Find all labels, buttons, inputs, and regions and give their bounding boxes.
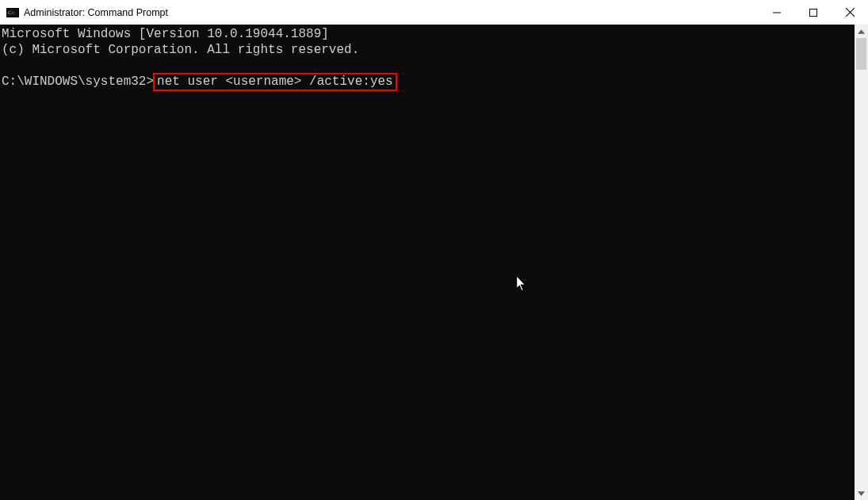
vertical-scrollbar[interactable] — [855, 25, 868, 500]
svg-rect-4 — [810, 9, 817, 16]
window-title: Administrator: Command Prompt — [24, 7, 168, 18]
content-row: Microsoft Windows [Version 10.0.19044.18… — [0, 25, 868, 500]
titlebar[interactable]: C:\ Administrator: Command Prompt — [0, 0, 868, 25]
scroll-down-button[interactable] — [855, 487, 868, 500]
highlighted-command: net user <username> /active:yes — [153, 73, 397, 91]
cmd-icon: C:\ — [6, 6, 19, 19]
terminal-output[interactable]: Microsoft Windows [Version 10.0.19044.18… — [0, 25, 855, 500]
scroll-up-button[interactable] — [855, 25, 868, 38]
mouse-cursor-icon — [455, 260, 527, 312]
terminal-prompt: C:\WINDOWS\system32> — [2, 74, 154, 89]
window-controls — [759, 0, 868, 25]
close-button[interactable] — [832, 0, 868, 25]
command-prompt-window: C:\ Administrator: Command Prompt Micros… — [0, 0, 868, 500]
minimize-button[interactable] — [759, 0, 795, 25]
scrollbar-track[interactable] — [855, 38, 868, 487]
terminal-line-copyright: (c) Microsoft Corporation. All rights re… — [2, 43, 359, 57]
terminal-line-version: Microsoft Windows [Version 10.0.19044.18… — [2, 27, 329, 41]
scrollbar-thumb[interactable] — [856, 38, 866, 70]
svg-text:C:\: C:\ — [8, 10, 15, 16]
maximize-button[interactable] — [795, 0, 832, 25]
